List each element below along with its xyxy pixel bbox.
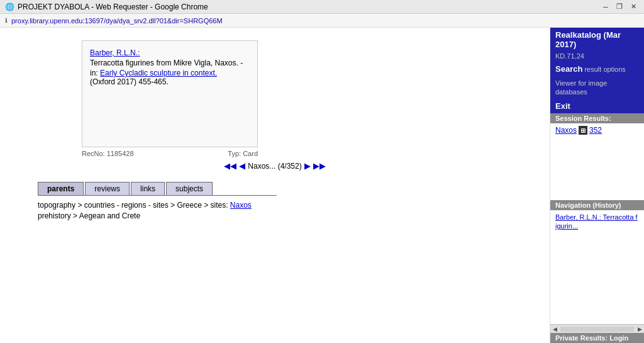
sidebar-subheader: KD.71,24 [550, 52, 644, 62]
sidebar-scrollbar[interactable]: ◀ ▶ [550, 324, 644, 333]
subtitle-link[interactable]: Early Cycladic sculpture in context. [100, 69, 217, 77]
page-indicator: Naxos... (4/352) [248, 162, 301, 171]
viewer-button[interactable]: Viewer for image databases [550, 76, 644, 99]
naxos-link[interactable]: Naxos [230, 201, 252, 210]
session-count: 352 [589, 126, 602, 135]
browser-icon: 🌐 [5, 3, 14, 11]
rec-type: Typ: Card [228, 150, 258, 157]
nav-history-content: Barber, R.L.N.: Terracotta figurin... [550, 210, 644, 233]
scrollbar-track[interactable] [560, 327, 634, 332]
main-layout: Barber, R.L.N.: Terracotta figurines fro… [0, 28, 644, 343]
next-page-button[interactable]: ▶ [304, 161, 311, 171]
rec-no: RecNo: 1185428 [82, 150, 134, 157]
info-icon: ℹ [5, 17, 8, 24]
tabs-row: parents reviews links subjects [38, 182, 277, 196]
minimize-button[interactable]: ─ [600, 1, 611, 13]
plus-icon: ⊞ [579, 126, 587, 135]
subjects-content: topography > countries - regions - sites… [38, 201, 543, 220]
subject-line-1: topography > countries - regions - sites… [38, 201, 543, 210]
card-footer-row: RecNo: 1185428 Typ: Card [82, 150, 258, 157]
content-area: Barber, R.L.N.: Terracotta figurines fro… [0, 28, 550, 343]
scroll-right-arrow[interactable]: ▶ [635, 325, 644, 334]
card-author[interactable]: Barber, R.L.N.: [90, 48, 250, 57]
card-year: (Oxford 2017) 455-465. [90, 77, 250, 86]
url-text[interactable]: proxy.library.upenn.edu:13697/dya/dya_sr… [11, 17, 223, 25]
tab-subjects[interactable]: subjects [166, 182, 213, 195]
session-results-content: Naxos ⊞ 352 [550, 123, 644, 137]
pagination: ◀◀ ◀ Naxos... (4/352) ▶ ▶▶ [6, 161, 543, 171]
right-sidebar: Realkatalog (Mar 2017) KD.71,24 Search r… [550, 28, 644, 343]
first-page-button[interactable]: ◀◀ [224, 161, 236, 171]
tab-reviews[interactable]: reviews [85, 182, 130, 195]
exit-button[interactable]: Exit [550, 99, 644, 113]
card-subtitle-row: in: Early Cycladic sculpture in context. [90, 69, 250, 77]
search-suffix: result options [582, 65, 625, 73]
session-link-text: Naxos [555, 126, 577, 135]
prev-page-button[interactable]: ◀ [239, 161, 245, 171]
session-link[interactable]: Naxos ⊞ 352 [555, 126, 639, 135]
sidebar-spacer [550, 233, 644, 324]
subtitle-prefix: in: [90, 69, 100, 77]
exit-label: Exit [555, 101, 570, 111]
tabs-container: parents reviews links subjects [38, 182, 543, 196]
subject-line-2: prehistory > Aegean and Crete [38, 211, 543, 220]
title-bar-controls: ─ ❐ ✕ [600, 1, 639, 13]
search-button[interactable]: Search result options [550, 62, 644, 76]
address-bar: ℹ proxy.library.upenn.edu:13697/dya/dya_… [0, 14, 644, 28]
nav-history-link[interactable]: Barber, R.L.N.: Terracotta figurin... [555, 213, 638, 230]
title-bar: 🌐 PROJEKT DYABOLA - Web Requester - Goog… [0, 0, 644, 14]
scroll-left-arrow[interactable]: ◀ [550, 325, 559, 334]
restore-button[interactable]: ❐ [614, 1, 625, 13]
search-label: Search [555, 64, 582, 74]
private-results-label[interactable]: Private Results: Login [550, 333, 644, 343]
viewer-label: Viewer [555, 79, 576, 87]
record-card: Barber, R.L.N.: Terracotta figurines fro… [82, 40, 258, 147]
last-page-button[interactable]: ▶▶ [313, 161, 326, 171]
nav-history-label: Navigation (History) [550, 200, 644, 210]
title-bar-left: 🌐 PROJEKT DYABOLA - Web Requester - Goog… [5, 3, 208, 11]
tab-parents[interactable]: parents [38, 182, 84, 195]
sidebar-header: Realkatalog (Mar 2017) [550, 28, 644, 52]
session-spacer [550, 137, 644, 200]
window-title: PROJEKT DYABOLA - Web Requester - Google… [18, 3, 208, 11]
author-link[interactable]: Barber, R.L.N.: [90, 48, 140, 57]
session-results-label: Session Results: [550, 113, 644, 123]
card-title: Terracotta figurines from Mikre Vigla, N… [90, 59, 250, 67]
subject-line1-prefix: topography > countries - regions - sites… [38, 201, 230, 210]
tab-links[interactable]: links [131, 182, 165, 195]
close-button[interactable]: ✕ [628, 1, 639, 13]
